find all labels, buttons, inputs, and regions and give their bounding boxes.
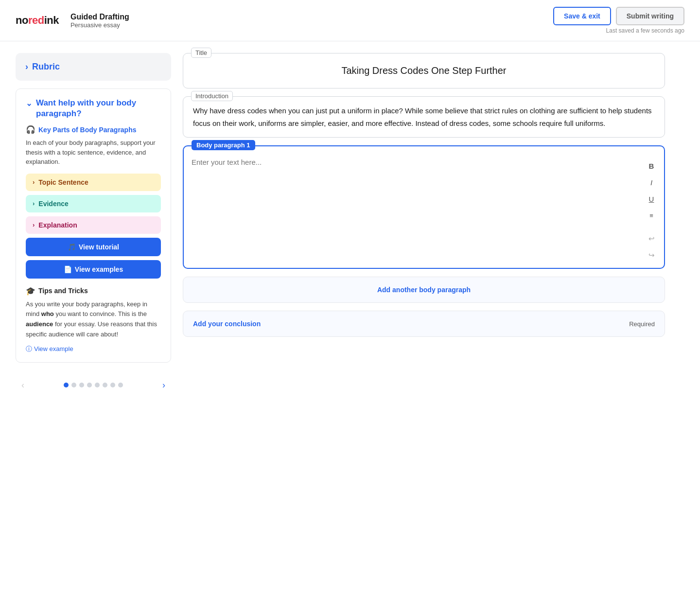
pagination-dots	[64, 383, 123, 387]
pagination-dot-3	[79, 383, 84, 387]
tips-title: Tips and Tricks	[38, 287, 88, 295]
pill-topic-chevron-icon: ›	[33, 178, 35, 186]
title-card: Title Taking Dress Codes One Step Furthe…	[183, 53, 665, 88]
header: noredink Guided Drafting Persuasive essa…	[0, 0, 700, 41]
tips-icon: 🎓	[26, 286, 35, 296]
tips-text: As you write your body paragraphs, keep …	[26, 299, 161, 340]
submit-button[interactable]: Submit writing	[616, 7, 684, 25]
pagination-dot-1	[64, 383, 69, 387]
italic-button[interactable]: I	[644, 175, 659, 190]
tips-bold-who: who	[41, 310, 54, 317]
bold-button[interactable]: B	[644, 158, 659, 174]
pill-explanation[interactable]: › Explanation	[26, 216, 161, 234]
pill-evidence-label: Evidence	[38, 200, 68, 208]
pagination-dot-8	[118, 383, 123, 387]
conclusion-label: Add your conclusion	[193, 320, 261, 328]
pagination-dot-5	[95, 383, 100, 387]
pill-topic-sentence[interactable]: › Topic Sentence	[26, 174, 161, 191]
logo-no: no	[16, 14, 28, 26]
body-para-toolbar: B I U ≡ ↩ ↪	[642, 146, 664, 268]
introduction-text: Why have dress codes when you can just p…	[193, 105, 655, 129]
title-value: Taking Dress Codes One Step Further	[193, 61, 655, 80]
introduction-card: Introduction Why have dress codes when y…	[183, 96, 665, 138]
key-parts-desc: In each of your body paragraphs, support…	[26, 138, 161, 167]
introduction-label: Introduction	[191, 91, 233, 101]
help-card: ⌄ Want help with your body paragraph? 🎧 …	[16, 88, 171, 363]
tutorial-icon: 🎵	[68, 243, 76, 251]
examples-label: View examples	[75, 265, 123, 273]
list-button[interactable]: ≡	[644, 208, 659, 223]
header-actions: Save & exit Submit writing Last saved a …	[553, 7, 684, 34]
redo-button[interactable]: ↪	[644, 247, 659, 263]
examples-icon: 📄	[64, 265, 72, 273]
undo-button[interactable]: ↩	[644, 231, 659, 246]
tutorial-label: View tutorial	[79, 243, 119, 251]
body-paragraph-1-label: Body paragraph 1	[192, 140, 255, 150]
rubric-label: Rubric	[32, 62, 60, 72]
add-body-paragraph-button[interactable]: Add another body paragraph	[183, 277, 665, 303]
tips-bold-audience: audience	[26, 320, 53, 328]
key-parts-title: Key Parts of Body Paragraphs	[38, 126, 137, 134]
view-example-label: View example	[34, 345, 73, 352]
pill-explanation-chevron-icon: ›	[33, 221, 35, 228]
app-subtitle: Persuasive essay	[70, 21, 542, 29]
view-examples-button[interactable]: 📄 View examples	[26, 260, 161, 279]
pagination-prev-button[interactable]: ‹	[18, 378, 28, 392]
pagination-dot-7	[110, 383, 115, 387]
tips-section: 🎓 Tips and Tricks As you write your body…	[26, 286, 161, 353]
app-title: Guided Drafting	[70, 13, 542, 21]
save-exit-button[interactable]: Save & exit	[553, 7, 611, 25]
pagination-dot-2	[71, 383, 76, 387]
pill-evidence[interactable]: › Evidence	[26, 195, 161, 212]
last-saved-text: Last saved a few seconds ago	[606, 27, 684, 34]
rubric-card[interactable]: › Rubric	[16, 53, 171, 81]
key-parts-header: 🎧 Key Parts of Body Paragraphs	[26, 125, 161, 134]
help-title: Want help with your body paragraph?	[36, 98, 161, 119]
main-layout: › Rubric ⌄ Want help with your body para…	[0, 41, 681, 404]
pill-evidence-chevron-icon: ›	[33, 200, 35, 207]
header-buttons: Save & exit Submit writing	[553, 7, 684, 25]
logo-red: red	[28, 14, 44, 26]
pill-topic-label: Topic Sentence	[38, 178, 88, 186]
help-chevron-icon: ⌄	[26, 99, 32, 108]
header-title-block: Guided Drafting Persuasive essay	[70, 13, 542, 29]
logo-ink: ink	[44, 14, 59, 26]
pagination-dot-4	[87, 383, 92, 387]
body-paragraph-1-input[interactable]	[184, 146, 642, 268]
title-label: Title	[191, 48, 211, 58]
key-parts-icon: 🎧	[26, 125, 35, 134]
underline-button[interactable]: U	[644, 191, 659, 207]
pill-explanation-label: Explanation	[38, 221, 77, 229]
body-paragraph-1-card: Body paragraph 1 B I U ≡ ↩ ↪	[183, 145, 665, 269]
help-card-header: ⌄ Want help with your body paragraph?	[26, 98, 161, 119]
conclusion-required: Required	[629, 320, 655, 328]
logo: noredink	[16, 14, 59, 27]
view-example-circle-icon: ⓘ	[26, 345, 32, 353]
rubric-chevron-icon: ›	[25, 62, 28, 72]
view-tutorial-button[interactable]: 🎵 View tutorial	[26, 238, 161, 256]
add-conclusion-button[interactable]: Add your conclusion Required	[183, 311, 665, 337]
pagination-next-button[interactable]: ›	[158, 378, 169, 392]
pagination-dot-6	[103, 383, 107, 387]
pagination: ‹ ›	[16, 378, 171, 392]
content-area: Title Taking Dress Codes One Step Furthe…	[183, 53, 665, 392]
tips-header: 🎓 Tips and Tricks	[26, 286, 161, 296]
sidebar: › Rubric ⌄ Want help with your body para…	[16, 53, 171, 392]
view-example-link[interactable]: ⓘ View example	[26, 345, 161, 353]
